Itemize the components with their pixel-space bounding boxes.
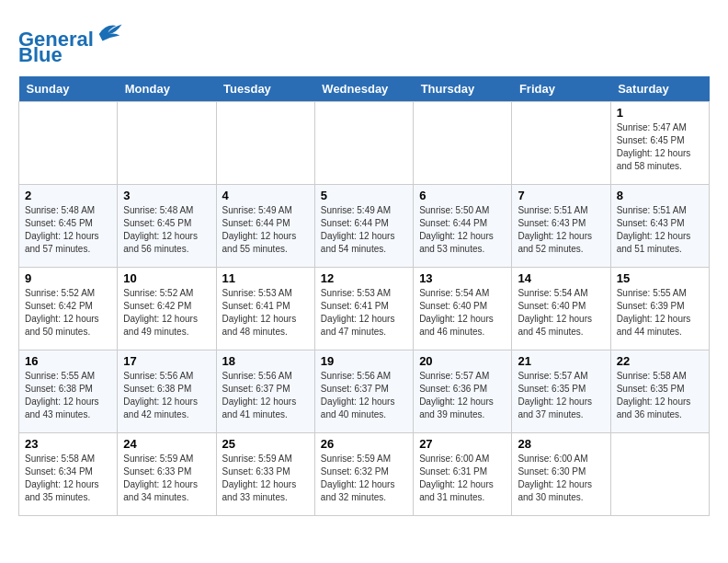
- calendar-cell: 27Sunrise: 6:00 AM Sunset: 6:31 PM Dayli…: [414, 433, 512, 516]
- day-number: 20: [419, 354, 506, 368]
- day-info: Sunrise: 5:59 AM Sunset: 6:33 PM Dayligh…: [222, 453, 309, 504]
- day-info: Sunrise: 5:55 AM Sunset: 6:39 PM Dayligh…: [617, 287, 703, 339]
- logo: General Blue: [18, 18, 123, 67]
- calendar-cell: 5Sunrise: 5:49 AM Sunset: 6:44 PM Daylig…: [314, 185, 413, 268]
- day-number: 4: [222, 189, 309, 202]
- day-number: 2: [25, 189, 111, 202]
- day-number: 16: [25, 354, 111, 368]
- calendar-cell: 19Sunrise: 5:56 AM Sunset: 6:37 PM Dayli…: [314, 350, 413, 433]
- day-info: Sunrise: 5:52 AM Sunset: 6:42 PM Dayligh…: [25, 287, 111, 339]
- day-number: 26: [321, 437, 407, 451]
- logo-bird-icon: [96, 18, 123, 46]
- day-number: 23: [25, 437, 111, 451]
- calendar-week-3: 9Sunrise: 5:52 AM Sunset: 6:42 PM Daylig…: [19, 268, 710, 350]
- day-info: Sunrise: 5:51 AM Sunset: 6:43 PM Dayligh…: [617, 204, 703, 256]
- day-number: 27: [419, 437, 506, 451]
- calendar-header-row: SundayMondayTuesdayWednesdayThursdayFrid…: [19, 76, 710, 102]
- calendar-cell: [118, 102, 216, 185]
- day-number: 14: [518, 271, 604, 285]
- day-info: Sunrise: 6:00 AM Sunset: 6:30 PM Dayligh…: [518, 453, 604, 504]
- day-info: Sunrise: 5:54 AM Sunset: 6:40 PM Dayligh…: [419, 287, 506, 339]
- calendar-cell: 2Sunrise: 5:48 AM Sunset: 6:45 PM Daylig…: [19, 185, 118, 268]
- column-header-sunday: Sunday: [19, 76, 118, 102]
- day-number: 5: [321, 189, 407, 202]
- day-number: 18: [222, 354, 309, 368]
- day-info: Sunrise: 5:56 AM Sunset: 6:37 PM Dayligh…: [222, 370, 309, 421]
- calendar-cell: 10Sunrise: 5:52 AM Sunset: 6:42 PM Dayli…: [118, 268, 216, 350]
- day-info: Sunrise: 5:55 AM Sunset: 6:38 PM Dayligh…: [25, 370, 111, 421]
- day-info: Sunrise: 5:52 AM Sunset: 6:42 PM Dayligh…: [123, 287, 210, 339]
- calendar-cell: [414, 102, 512, 185]
- calendar-cell: 7Sunrise: 5:51 AM Sunset: 6:43 PM Daylig…: [512, 185, 610, 268]
- column-header-thursday: Thursday: [414, 76, 512, 102]
- calendar-cell: 21Sunrise: 5:57 AM Sunset: 6:35 PM Dayli…: [512, 350, 610, 433]
- calendar-week-5: 23Sunrise: 5:58 AM Sunset: 6:34 PM Dayli…: [19, 433, 710, 516]
- calendar-week-1: 1Sunrise: 5:47 AM Sunset: 6:45 PM Daylig…: [19, 102, 710, 185]
- column-header-tuesday: Tuesday: [216, 76, 314, 102]
- day-info: Sunrise: 5:58 AM Sunset: 6:34 PM Dayligh…: [25, 453, 111, 504]
- calendar-cell: [314, 102, 413, 185]
- calendar-cell: 23Sunrise: 5:58 AM Sunset: 6:34 PM Dayli…: [19, 433, 118, 516]
- day-number: 10: [123, 271, 210, 285]
- day-info: Sunrise: 5:59 AM Sunset: 6:32 PM Dayligh…: [321, 453, 407, 504]
- day-info: Sunrise: 5:50 AM Sunset: 6:44 PM Dayligh…: [419, 204, 506, 256]
- calendar-cell: 24Sunrise: 5:59 AM Sunset: 6:33 PM Dayli…: [118, 433, 216, 516]
- day-number: 7: [518, 189, 604, 202]
- day-number: 21: [518, 354, 604, 368]
- calendar-cell: 3Sunrise: 5:48 AM Sunset: 6:45 PM Daylig…: [118, 185, 216, 268]
- column-header-friday: Friday: [512, 76, 610, 102]
- day-number: 8: [617, 189, 703, 202]
- day-number: 12: [321, 271, 407, 285]
- day-number: 1: [617, 106, 703, 120]
- column-header-saturday: Saturday: [610, 76, 709, 102]
- day-info: Sunrise: 5:53 AM Sunset: 6:41 PM Dayligh…: [321, 287, 407, 339]
- day-number: 24: [123, 437, 210, 451]
- calendar-cell: 28Sunrise: 6:00 AM Sunset: 6:30 PM Dayli…: [512, 433, 610, 516]
- calendar-cell: 12Sunrise: 5:53 AM Sunset: 6:41 PM Dayli…: [314, 268, 413, 350]
- day-number: 6: [419, 189, 506, 202]
- day-info: Sunrise: 5:51 AM Sunset: 6:43 PM Dayligh…: [518, 204, 604, 256]
- day-info: Sunrise: 5:48 AM Sunset: 6:45 PM Dayligh…: [123, 204, 210, 256]
- calendar-cell: [610, 433, 709, 516]
- calendar-cell: 26Sunrise: 5:59 AM Sunset: 6:32 PM Dayli…: [314, 433, 413, 516]
- calendar-week-2: 2Sunrise: 5:48 AM Sunset: 6:45 PM Daylig…: [19, 185, 710, 268]
- column-header-wednesday: Wednesday: [314, 76, 413, 102]
- day-number: 15: [617, 271, 703, 285]
- day-number: 9: [25, 271, 111, 285]
- calendar-cell: 16Sunrise: 5:55 AM Sunset: 6:38 PM Dayli…: [19, 350, 118, 433]
- calendar-cell: 25Sunrise: 5:59 AM Sunset: 6:33 PM Dayli…: [216, 433, 314, 516]
- day-number: 22: [617, 354, 703, 368]
- day-info: Sunrise: 5:49 AM Sunset: 6:44 PM Dayligh…: [321, 204, 407, 256]
- day-number: 17: [123, 354, 210, 368]
- calendar-cell: 9Sunrise: 5:52 AM Sunset: 6:42 PM Daylig…: [19, 268, 118, 350]
- day-info: Sunrise: 5:47 AM Sunset: 6:45 PM Dayligh…: [617, 121, 703, 173]
- calendar-cell: 14Sunrise: 5:54 AM Sunset: 6:40 PM Dayli…: [512, 268, 610, 350]
- calendar-cell: 6Sunrise: 5:50 AM Sunset: 6:44 PM Daylig…: [414, 185, 512, 268]
- day-info: Sunrise: 5:57 AM Sunset: 6:36 PM Dayligh…: [419, 370, 506, 421]
- day-info: Sunrise: 5:53 AM Sunset: 6:41 PM Dayligh…: [222, 287, 309, 339]
- calendar-cell: 15Sunrise: 5:55 AM Sunset: 6:39 PM Dayli…: [610, 268, 709, 350]
- calendar-cell: [216, 102, 314, 185]
- day-number: 19: [321, 354, 407, 368]
- day-info: Sunrise: 5:54 AM Sunset: 6:40 PM Dayligh…: [518, 287, 604, 339]
- day-info: Sunrise: 5:57 AM Sunset: 6:35 PM Dayligh…: [518, 370, 604, 421]
- calendar-table: SundayMondayTuesdayWednesdayThursdayFrid…: [18, 76, 710, 516]
- day-number: 11: [222, 271, 309, 285]
- day-number: 13: [419, 271, 506, 285]
- calendar-cell: [19, 102, 118, 185]
- day-info: Sunrise: 5:56 AM Sunset: 6:38 PM Dayligh…: [123, 370, 210, 421]
- calendar-cell: 8Sunrise: 5:51 AM Sunset: 6:43 PM Daylig…: [610, 185, 709, 268]
- calendar-cell: 18Sunrise: 5:56 AM Sunset: 6:37 PM Dayli…: [216, 350, 314, 433]
- day-info: Sunrise: 5:48 AM Sunset: 6:45 PM Dayligh…: [25, 204, 111, 256]
- calendar-cell: 22Sunrise: 5:58 AM Sunset: 6:35 PM Dayli…: [610, 350, 709, 433]
- calendar-cell: 4Sunrise: 5:49 AM Sunset: 6:44 PM Daylig…: [216, 185, 314, 268]
- day-info: Sunrise: 6:00 AM Sunset: 6:31 PM Dayligh…: [419, 453, 506, 504]
- calendar-cell: 11Sunrise: 5:53 AM Sunset: 6:41 PM Dayli…: [216, 268, 314, 350]
- day-number: 25: [222, 437, 309, 451]
- day-info: Sunrise: 5:59 AM Sunset: 6:33 PM Dayligh…: [123, 453, 210, 504]
- calendar-cell: 20Sunrise: 5:57 AM Sunset: 6:36 PM Dayli…: [414, 350, 512, 433]
- day-number: 3: [123, 189, 210, 202]
- calendar-cell: [512, 102, 610, 185]
- calendar-cell: 13Sunrise: 5:54 AM Sunset: 6:40 PM Dayli…: [414, 268, 512, 350]
- calendar-cell: 1Sunrise: 5:47 AM Sunset: 6:45 PM Daylig…: [610, 102, 709, 185]
